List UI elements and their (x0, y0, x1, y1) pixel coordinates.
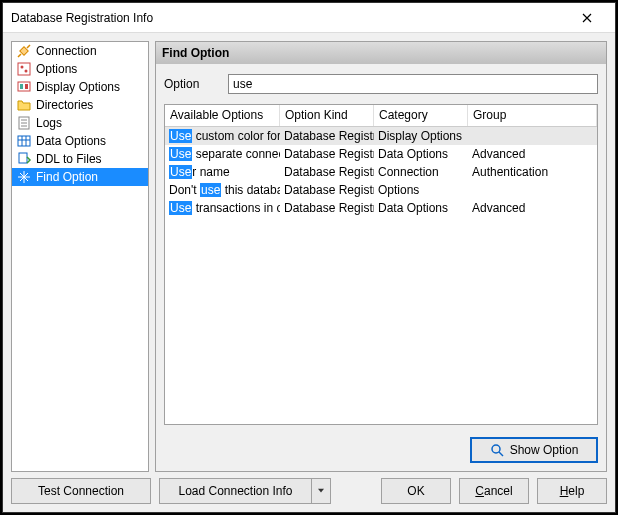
table-row[interactable]: Use separate connections for each data v… (165, 145, 597, 163)
table-row[interactable]: Use transactions in object editors Datab… (165, 199, 597, 217)
sidebar-item-connection[interactable]: Connection (12, 42, 148, 60)
cell-available: Use custom color for DB editors (165, 129, 280, 143)
cancel-button[interactable]: Cancel (459, 478, 529, 504)
cell-category: Connection (374, 165, 468, 179)
cell-kind: Database Registration (280, 165, 374, 179)
svg-point-2 (21, 66, 24, 69)
cell-category: Data Options (374, 147, 468, 161)
panel-body: Option Available Options Option Kind Cat… (156, 64, 606, 471)
window-title: Database Registration Info (11, 11, 567, 25)
folder-icon (16, 97, 32, 113)
header-kind[interactable]: Option Kind (280, 105, 374, 126)
sidebar-item-ddl-to-files[interactable]: DDL to Files (12, 150, 148, 168)
sidebar-item-label: Directories (36, 98, 93, 112)
sidebar-item-label: DDL to Files (36, 152, 102, 166)
chevron-down-icon (318, 488, 324, 494)
sidebar-item-label: Connection (36, 44, 97, 58)
sidebar-item-data-options[interactable]: Data Options (12, 132, 148, 150)
help-button[interactable]: Help (537, 478, 607, 504)
svg-rect-0 (20, 47, 28, 55)
cell-available: Don't use this database registration (165, 183, 280, 197)
table-header: Available Options Option Kind Category G… (165, 105, 597, 127)
content-panel: Find Option Option Available Options Opt… (155, 41, 607, 472)
table-row[interactable]: Use custom color for DB editors Database… (165, 127, 597, 145)
cell-group: Advanced (468, 201, 597, 215)
bottom-bar: Test Connection Load Connection Info OK … (11, 478, 607, 504)
cell-available: Use separate connections for each data v… (165, 147, 280, 161)
results-table: Available Options Option Kind Category G… (164, 104, 598, 425)
table-row[interactable]: User name Database Registration Connecti… (165, 163, 597, 181)
cell-category: Options (374, 183, 468, 197)
close-icon (582, 13, 592, 23)
plug-icon (16, 43, 32, 59)
show-option-row: Show Option (164, 435, 598, 463)
header-category[interactable]: Category (374, 105, 468, 126)
cell-kind: Database Registration (280, 201, 374, 215)
sidebar-item-label: Data Options (36, 134, 106, 148)
dialog-body: Connection Options Display Options Direc… (3, 33, 615, 512)
titlebar: Database Registration Info (3, 3, 615, 33)
sidebar-item-directories[interactable]: Directories (12, 96, 148, 114)
panel-title: Find Option (156, 42, 606, 64)
sidebar-item-find-option[interactable]: Find Option (12, 168, 148, 186)
svg-rect-5 (20, 84, 23, 89)
svg-rect-15 (19, 153, 27, 163)
table-body: Use custom color for DB editors Database… (165, 127, 597, 424)
sidebar-item-label: Find Option (36, 170, 98, 184)
sidebar-item-label: Logs (36, 116, 62, 130)
svg-line-17 (499, 452, 503, 456)
cell-kind: Database Registration (280, 147, 374, 161)
search-icon (490, 443, 504, 457)
cell-kind: Database Registration (280, 183, 374, 197)
option-label: Option (164, 77, 220, 91)
sidebar-item-logs[interactable]: Logs (12, 114, 148, 132)
data-options-icon (16, 133, 32, 149)
test-connection-button[interactable]: Test Connection (11, 478, 151, 504)
svg-rect-1 (18, 63, 30, 75)
sidebar-item-label: Display Options (36, 80, 120, 94)
cell-category: Data Options (374, 201, 468, 215)
sidebar-item-label: Options (36, 62, 77, 76)
header-available[interactable]: Available Options (165, 105, 280, 126)
sidebar-item-options[interactable]: Options (12, 60, 148, 78)
load-connection-split-button: Load Connection Info (159, 478, 331, 504)
table-row[interactable]: Don't use this database registration Dat… (165, 181, 597, 199)
svg-rect-4 (18, 82, 30, 91)
display-icon (16, 79, 32, 95)
load-connection-dropdown[interactable] (311, 478, 331, 504)
find-icon (16, 169, 32, 185)
option-input[interactable] (228, 74, 598, 94)
svg-point-3 (25, 70, 28, 73)
cell-available: User name (165, 165, 280, 179)
sidebar: Connection Options Display Options Direc… (11, 41, 149, 472)
header-group[interactable]: Group (468, 105, 597, 126)
cell-kind: Database Registration (280, 129, 374, 143)
svg-rect-11 (18, 136, 30, 146)
ddl-icon (16, 151, 32, 167)
dialog-window: Database Registration Info Connection Op… (2, 2, 616, 513)
show-option-button[interactable]: Show Option (470, 437, 598, 463)
cell-category: Display Options (374, 129, 468, 143)
options-icon (16, 61, 32, 77)
main-area: Connection Options Display Options Direc… (11, 41, 607, 472)
logs-icon (16, 115, 32, 131)
svg-point-16 (492, 445, 500, 453)
cell-group: Advanced (468, 147, 597, 161)
close-button[interactable] (567, 4, 607, 32)
load-connection-button[interactable]: Load Connection Info (159, 478, 311, 504)
ok-button[interactable]: OK (381, 478, 451, 504)
cell-group: Authentication (468, 165, 597, 179)
option-row: Option (164, 74, 598, 94)
sidebar-item-display-options[interactable]: Display Options (12, 78, 148, 96)
svg-rect-6 (25, 84, 28, 89)
show-option-label: Show Option (510, 443, 579, 457)
spacer (339, 478, 373, 504)
cell-available: Use transactions in object editors (165, 201, 280, 215)
